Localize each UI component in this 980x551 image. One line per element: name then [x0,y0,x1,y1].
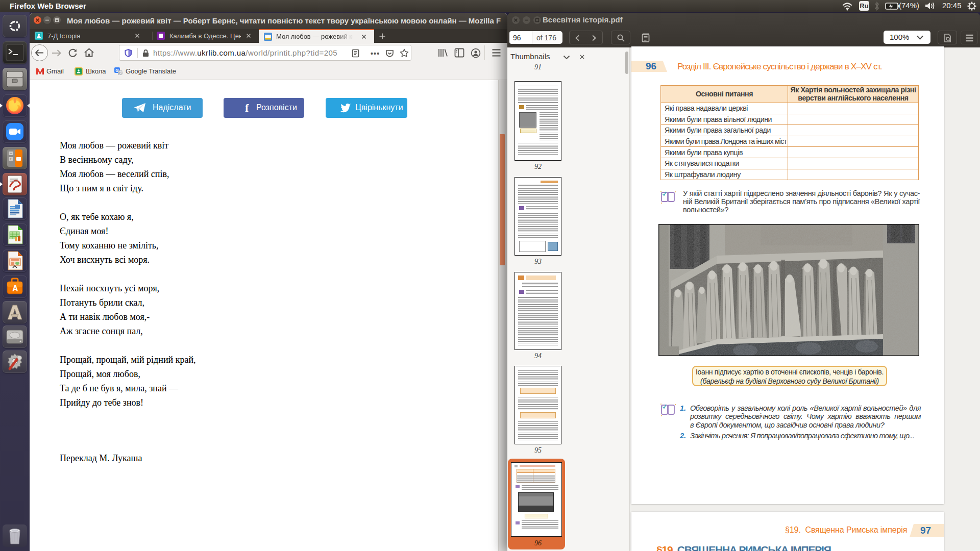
svg-text:−: − [10,151,12,156]
svg-text:+: + [10,157,12,162]
svg-text:文: 文 [119,70,122,75]
svg-text:A: A [12,284,18,293]
svg-text:=: = [17,157,20,162]
